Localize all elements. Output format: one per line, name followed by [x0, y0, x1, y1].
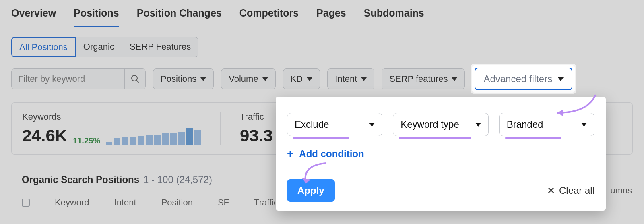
stat-keywords: Keywords 24.6K 11.25%	[22, 112, 221, 145]
tab-positions[interactable]: Positions	[74, 7, 119, 27]
chevron-down-icon	[200, 77, 206, 81]
filter-volume-label: Volume	[229, 74, 258, 84]
chevron-down-icon	[361, 77, 367, 81]
condition-field-value: Keyword type	[400, 119, 459, 130]
chevron-down-icon	[262, 77, 268, 81]
pos-all[interactable]: All Positions	[11, 37, 76, 57]
position-type-group: All Positions Organic SERP Features	[11, 37, 644, 57]
svg-line-1	[136, 80, 138, 82]
condition-action-value: Exclude	[295, 119, 329, 130]
chevron-down-icon	[369, 123, 375, 127]
add-condition-button[interactable]: + Add condition	[287, 147, 594, 160]
tab-overview[interactable]: Overview	[11, 7, 56, 27]
pos-serp-features[interactable]: SERP Features	[122, 37, 198, 57]
manage-columns-partial[interactable]: umns	[610, 185, 632, 196]
condition-field-select[interactable]: Keyword type	[393, 113, 488, 136]
chevron-down-icon	[452, 77, 457, 81]
col-position[interactable]: Position	[161, 197, 193, 208]
tab-position-changes[interactable]: Position Changes	[137, 7, 222, 27]
chevron-down-icon	[558, 77, 564, 81]
filter-kd-label: KD	[291, 74, 303, 84]
col-keyword[interactable]: Keyword	[55, 197, 89, 208]
pos-organic[interactable]: Organic	[76, 37, 122, 57]
apply-button[interactable]: Apply	[287, 179, 335, 202]
chevron-down-icon	[581, 123, 587, 127]
annotation-underline	[293, 137, 349, 139]
filter-serp-features[interactable]: SERP features	[382, 68, 465, 89]
condition-value-select[interactable]: Branded	[499, 113, 594, 136]
stat-keywords-label: Keywords	[22, 112, 201, 122]
clear-all-label: Clear all	[559, 185, 594, 196]
select-all-checkbox[interactable]	[22, 199, 30, 207]
annotation-underline	[399, 137, 471, 139]
close-icon: ✕	[547, 185, 555, 196]
stat-traffic-value: 93.3	[240, 126, 273, 145]
keywords-trend-chart	[106, 126, 201, 145]
keyword-search-input[interactable]	[12, 69, 124, 89]
search-icon	[130, 74, 140, 84]
col-intent[interactable]: Intent	[114, 197, 136, 208]
col-sf[interactable]: SF	[218, 197, 229, 208]
keyword-search	[11, 68, 146, 89]
advanced-filters-highlight: Advanced filters	[472, 65, 575, 93]
advanced-filters-button[interactable]: Advanced filters	[475, 68, 572, 90]
results-title: Organic Search Positions	[22, 174, 139, 185]
filter-row: Positions Volume KD Intent SERP features…	[11, 65, 644, 93]
condition-action-select[interactable]: Exclude	[287, 113, 382, 136]
filter-volume[interactable]: Volume	[221, 68, 275, 89]
add-condition-label: Add condition	[299, 148, 364, 160]
advanced-filters-label: Advanced filters	[483, 73, 552, 85]
annotation-underline	[505, 137, 561, 139]
stat-traffic-label: Traffic	[240, 112, 273, 122]
col-traffic[interactable]: Traffic	[254, 197, 278, 208]
tab-competitors[interactable]: Competitors	[239, 7, 299, 27]
chevron-down-icon	[307, 77, 312, 81]
tab-pages[interactable]: Pages	[316, 7, 346, 27]
filter-kd[interactable]: KD	[283, 68, 320, 89]
condition-value-value: Branded	[507, 119, 543, 130]
stat-keywords-change: 11.25%	[73, 136, 100, 145]
filter-intent[interactable]: Intent	[327, 68, 374, 89]
stat-keywords-value: 24.6K	[22, 126, 67, 145]
keyword-search-button[interactable]	[124, 69, 145, 89]
filter-intent-label: Intent	[335, 74, 357, 84]
nav-tabs: Overview Positions Position Changes Comp…	[0, 0, 644, 27]
clear-all-button[interactable]: ✕ Clear all	[547, 185, 594, 196]
filter-positions-label: Positions	[161, 74, 196, 84]
tab-subdomains[interactable]: Subdomains	[364, 7, 424, 27]
plus-icon: +	[287, 147, 293, 160]
filter-serp-features-label: SERP features	[389, 74, 448, 84]
chevron-down-icon	[475, 123, 481, 127]
results-range: 1 - 100 (24,572)	[143, 174, 212, 185]
condition-row: Exclude Keyword type Branded	[287, 113, 594, 136]
advanced-filters-popover: Exclude Keyword type Branded + Add condi…	[276, 97, 606, 211]
filter-positions[interactable]: Positions	[153, 68, 214, 89]
